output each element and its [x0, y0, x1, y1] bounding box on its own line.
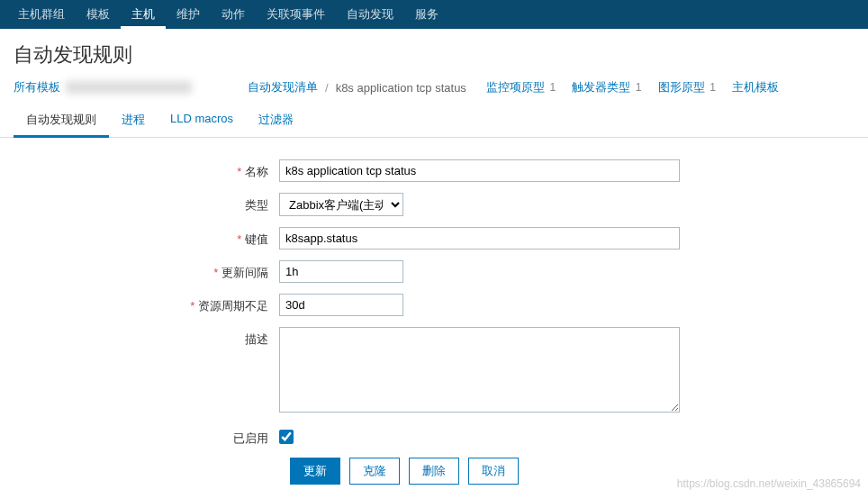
breadcrumb-item-prototypes[interactable]: 监控项原型 — [486, 80, 545, 94]
interval-label: 更新间隔 — [18, 260, 279, 281]
tab-process[interactable]: 进程 — [109, 104, 158, 137]
breadcrumb-graph-prototypes[interactable]: 图形原型 — [658, 80, 705, 94]
name-input[interactable] — [279, 159, 680, 182]
breadcrumb-item-prototypes-count: 1 — [550, 81, 556, 94]
type-select[interactable]: Zabbix客户端(主动式) — [279, 193, 403, 216]
resource-label: 资源周期不足 — [18, 294, 279, 314]
tab-lld-macros[interactable]: LLD macros — [158, 104, 246, 137]
tab-filters[interactable]: 过滤器 — [246, 104, 306, 137]
clone-button[interactable]: 克隆 — [349, 458, 400, 485]
breadcrumb-discovery-list[interactable]: 自动发现清单 — [248, 79, 318, 95]
nav-maintenance[interactable]: 维护 — [166, 0, 211, 29]
breadcrumb-host-template[interactable]: 主机模板 — [732, 79, 779, 95]
breadcrumb-current: k8s application tcp status — [336, 81, 466, 95]
key-label: 键值 — [18, 227, 279, 248]
name-label: 名称 — [18, 159, 279, 180]
enabled-checkbox[interactable] — [279, 430, 294, 444]
top-nav: 主机群组 模板 主机 维护 动作 关联项事件 自动发现 服务 — [0, 0, 868, 29]
button-row: 更新 克隆 删除 取消 — [279, 458, 850, 485]
page-title: 自动发现规则 — [0, 29, 868, 79]
tab-discovery-rule[interactable]: 自动发现规则 — [14, 104, 109, 138]
desc-label: 描述 — [18, 327, 279, 348]
breadcrumb: 所有模板 自动发现清单 / k8s application tcp status… — [0, 79, 868, 104]
breadcrumb-all-templates[interactable]: 所有模板 — [14, 79, 60, 95]
breadcrumb-trigger-prototypes-count: 1 — [636, 81, 642, 94]
resource-input[interactable] — [279, 294, 403, 316]
nav-actions[interactable]: 动作 — [211, 0, 256, 29]
desc-textarea[interactable] — [279, 327, 680, 413]
breadcrumb-graph-prototypes-count: 1 — [710, 81, 716, 94]
breadcrumb-sep: / — [325, 81, 329, 95]
cancel-button[interactable]: 取消 — [468, 458, 519, 485]
nav-correlation[interactable]: 关联项事件 — [256, 0, 336, 29]
enabled-label: 已启用 — [18, 426, 279, 447]
nav-discovery[interactable]: 自动发现 — [336, 0, 404, 29]
delete-button[interactable]: 删除 — [409, 458, 459, 485]
breadcrumb-trigger-prototypes[interactable]: 触发器类型 — [572, 80, 630, 94]
nav-services[interactable]: 服务 — [404, 0, 449, 29]
form-area: 名称 类型 Zabbix客户端(主动式) 键值 更新间隔 资源周期不足 描述 — [0, 138, 868, 499]
type-label: 类型 — [18, 193, 279, 213]
nav-templates[interactable]: 模板 — [76, 0, 121, 29]
update-button[interactable]: 更新 — [290, 458, 340, 485]
interval-input[interactable] — [279, 260, 403, 283]
nav-hostgroups[interactable]: 主机群组 — [7, 0, 76, 29]
nav-hosts[interactable]: 主机 — [121, 0, 166, 29]
tabs: 自动发现规则 进程 LLD macros 过滤器 — [0, 104, 868, 138]
key-input[interactable] — [279, 227, 680, 250]
breadcrumb-blurred — [66, 81, 192, 94]
